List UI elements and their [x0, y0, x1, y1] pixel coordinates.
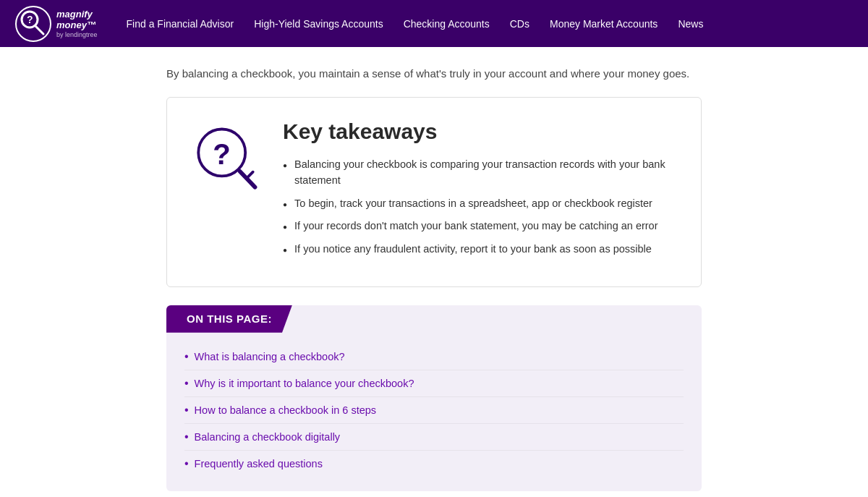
logo-text-block: magnifymoney™ by lendingtree	[56, 9, 98, 38]
takeaway-item-1: Balancing your checkbook is comparing yo…	[283, 157, 676, 189]
link-digitally[interactable]: Balancing a checkbook digitally	[195, 431, 341, 443]
svg-line-3	[35, 26, 43, 34]
main-content: By balancing a checkbook, you maintain a…	[0, 47, 868, 497]
on-this-page-link-3[interactable]: How to balance a checkbook in 6 steps	[184, 397, 684, 424]
svg-text:?: ?	[213, 138, 230, 170]
on-this-page-link-4[interactable]: Balancing a checkbook digitally	[184, 424, 684, 451]
on-this-page-header: ON THIS PAGE:	[166, 305, 292, 333]
logo-subtitle: by lendingtree	[56, 31, 98, 38]
on-this-page-link-2[interactable]: Why is it important to balance your chec…	[184, 370, 684, 397]
on-this-page-section: ON THIS PAGE: What is balancing a checkb…	[166, 305, 702, 491]
on-this-page-link-1[interactable]: What is balancing a checkbook?	[184, 344, 684, 370]
link-why-important[interactable]: Why is it important to balance your chec…	[195, 378, 414, 389]
svg-text:?: ?	[27, 14, 33, 25]
takeaways-content: Key takeaways Balancing your checkbook i…	[283, 119, 676, 265]
nav-money-market[interactable]: Money Market Accounts	[550, 18, 658, 30]
link-how-to-steps[interactable]: How to balance a checkbook in 6 steps	[195, 404, 376, 416]
logo-icon: ?	[14, 5, 52, 43]
on-this-page-links: What is balancing a checkbook? Why is it…	[166, 344, 702, 477]
logo-area: ? magnifymoney™ by lendingtree	[14, 5, 98, 43]
intro-paragraph: By balancing a checkbook, you maintain a…	[166, 65, 702, 82]
takeaway-item-2: To begin, track your transactions in a s…	[283, 196, 676, 212]
magnify-icon-wrapper: ?	[185, 119, 265, 199]
key-takeaways-box: ? Key takeaways Balancing your checkbook…	[166, 97, 702, 287]
on-this-page-title: ON THIS PAGE:	[187, 313, 272, 325]
logo-name: magnifymoney™	[56, 9, 98, 30]
takeaway-item-3: If your records don't match your bank st…	[283, 218, 676, 234]
link-what-is[interactable]: What is balancing a checkbook?	[195, 351, 345, 362]
nav-checking[interactable]: Checking Accounts	[404, 18, 490, 30]
on-this-page-link-5[interactable]: Frequently asked questions	[184, 451, 684, 477]
magnify-question-icon: ?	[187, 122, 263, 197]
nav-news[interactable]: News	[678, 18, 703, 30]
svg-line-7	[248, 171, 253, 177]
nav-find-advisor[interactable]: Find a Financial Advisor	[127, 18, 234, 30]
takeaways-title: Key takeaways	[283, 119, 676, 144]
main-nav: ? magnifymoney™ by lendingtree Find a Fi…	[0, 0, 868, 47]
nav-high-yield[interactable]: High-Yield Savings Accounts	[254, 18, 383, 30]
link-faq[interactable]: Frequently asked questions	[195, 458, 323, 470]
nav-links: Find a Financial Advisor High-Yield Savi…	[127, 18, 704, 30]
nav-cds[interactable]: CDs	[510, 18, 529, 30]
takeaways-list: Balancing your checkbook is comparing yo…	[283, 157, 676, 258]
takeaway-item-4: If you notice any fraudulent activity, r…	[283, 242, 676, 258]
